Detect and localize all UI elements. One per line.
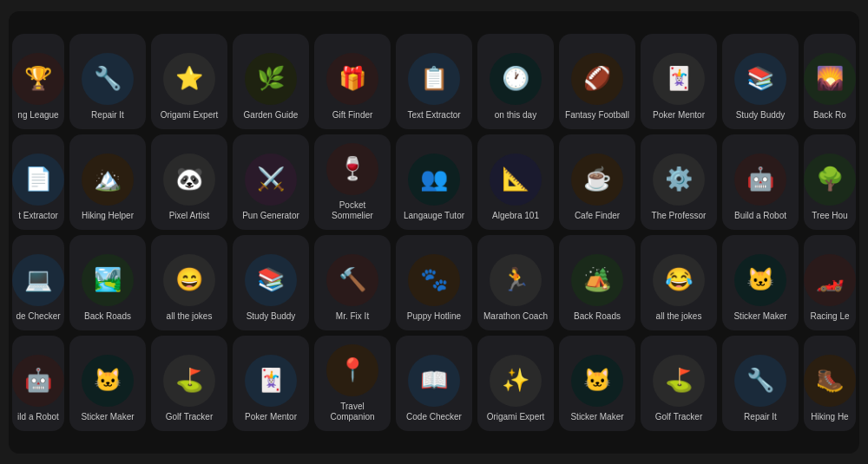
app-card[interactable]: 📋Text Extractor — [396, 34, 472, 129]
app-label: Code Checker — [403, 412, 465, 422]
app-icon: 🐾 — [408, 254, 460, 306]
row-1: 📄t Extractor🏔️Hiking Helper🐼Pixel Artist… — [12, 134, 856, 230]
app-card[interactable]: 🏔️Hiking Helper — [69, 134, 146, 230]
app-card[interactable]: 🔧Repair It — [69, 34, 146, 129]
app-card[interactable]: 🐾Puppy Hotline — [396, 235, 472, 330]
app-card[interactable]: 🃏Poker Mentor — [641, 34, 717, 129]
app-card[interactable]: 📚Study Buddy — [722, 34, 799, 129]
app-card[interactable]: ☕Cafe Finder — [559, 134, 635, 230]
app-label: Pocket Sommelier — [316, 200, 389, 221]
app-card[interactable]: 🌄Back Ro — [804, 34, 856, 129]
app-icon: ⚙️ — [653, 154, 705, 206]
app-card[interactable]: 📖Code Checker — [396, 336, 472, 431]
app-card[interactable]: 📚Study Buddy — [233, 235, 309, 330]
app-card[interactable]: 🌳Tree Hou — [804, 134, 856, 230]
app-card[interactable]: ⭐Origami Expert — [151, 34, 227, 129]
app-icon: 🤖 — [12, 355, 64, 407]
app-label: Repair It — [740, 412, 780, 422]
app-card[interactable]: 🕐on this day — [477, 34, 554, 129]
app-card[interactable]: 🐼Pixel Artist — [151, 134, 227, 230]
app-icon: 🏈 — [571, 53, 623, 105]
app-icon: ⭐ — [163, 53, 215, 105]
app-icon: 🍷 — [326, 143, 378, 195]
app-label: Tree Hou — [808, 211, 851, 221]
app-card[interactable]: 🎁Gift Finder — [314, 34, 391, 129]
app-card[interactable]: 😂all the jokes — [641, 235, 717, 330]
app-label: Origami Expert — [157, 110, 222, 121]
app-icon: 🏎️ — [804, 254, 856, 306]
app-card[interactable]: 🃏Poker Mentor — [233, 336, 309, 431]
app-label: all the jokes — [163, 311, 216, 322]
app-label: Hiking Helper — [78, 211, 137, 221]
app-label: Garden Guide — [240, 110, 302, 121]
app-icon: ⛳ — [163, 355, 215, 407]
app-label: Sticker Maker — [567, 412, 627, 422]
app-card[interactable]: 🐱Sticker Maker — [69, 336, 146, 431]
app-icon: ✨ — [490, 355, 542, 407]
app-label: Cafe Finder — [571, 211, 623, 221]
app-card[interactable]: 🐱Sticker Maker — [722, 235, 799, 330]
app-icon: 📚 — [245, 254, 297, 306]
app-icon: 🏆 — [12, 53, 64, 105]
app-label: Poker Mentor — [649, 110, 708, 121]
app-card[interactable]: ⚔️Pun Generator — [233, 134, 309, 230]
app-card[interactable]: ⛳Golf Tracker — [641, 336, 717, 431]
app-label: Travel Companion — [316, 402, 389, 422]
app-icon: 📚 — [734, 53, 786, 105]
app-label: Build a Robot — [731, 211, 790, 221]
app-label: ild a Robot — [14, 412, 62, 422]
app-card[interactable]: 📍Travel Companion — [314, 336, 391, 431]
app-label: Hiking He — [807, 412, 852, 422]
app-icon: 🎁 — [326, 53, 378, 105]
app-icon: 📖 — [408, 355, 460, 407]
app-label: de Checker — [12, 311, 63, 322]
app-card[interactable]: 💻de Checker — [12, 235, 64, 330]
app-icon: 🃏 — [653, 53, 705, 105]
app-card[interactable]: 🏈Fantasy Football — [559, 34, 635, 129]
app-icon: 📐 — [490, 154, 542, 206]
app-card[interactable]: 🤖ild a Robot — [12, 336, 64, 431]
app-label: Sticker Maker — [730, 311, 790, 322]
app-label: Back Roads — [81, 311, 135, 322]
app-card[interactable]: 📄t Extractor — [12, 134, 64, 230]
app-label: all the jokes — [653, 311, 706, 322]
app-icon: 🐼 — [163, 154, 215, 206]
app-icon: 🏕️ — [571, 254, 623, 306]
app-icon: 🔨 — [326, 254, 378, 306]
app-card[interactable]: 🥾Hiking He — [804, 336, 856, 431]
app-icon: 🌄 — [804, 53, 856, 105]
app-label: Sticker Maker — [77, 412, 137, 422]
app-label: Racing Le — [806, 311, 852, 322]
row-3: 🤖ild a Robot🐱Sticker Maker⛳Golf Tracker🃏… — [12, 336, 856, 431]
app-icon: 📋 — [408, 53, 460, 105]
app-card[interactable]: 🏆ng League — [12, 34, 64, 129]
app-card[interactable]: ⚙️The Professor — [641, 134, 717, 230]
app-card[interactable]: 🏞️Back Roads — [69, 235, 146, 330]
app-label: Poker Mentor — [241, 412, 300, 422]
app-icon: 🔧 — [734, 355, 786, 407]
app-card[interactable]: 🤖Build a Robot — [722, 134, 799, 230]
app-card[interactable]: 🏎️Racing Le — [804, 235, 856, 330]
row-2: 💻de Checker🏞️Back Roads😄all the jokes📚St… — [12, 235, 856, 330]
app-card[interactable]: 🔧Repair It — [722, 336, 799, 431]
app-card[interactable]: 🌿Garden Guide — [233, 34, 309, 129]
app-card[interactable]: 🏃Marathon Coach — [477, 235, 554, 330]
app-icon: ⛳ — [653, 355, 705, 407]
app-label: Back Ro — [810, 110, 850, 121]
app-card[interactable]: 😄all the jokes — [151, 235, 227, 330]
app-card[interactable]: 📐Algebra 101 — [477, 134, 554, 230]
app-icon: 💻 — [12, 254, 64, 306]
app-icon: 🏞️ — [82, 254, 134, 306]
app-card[interactable]: 🐱Sticker Maker — [559, 336, 635, 431]
app-icon: 🏃 — [490, 254, 542, 306]
app-label: Text Extractor — [404, 110, 464, 121]
app-card[interactable]: ✨Origami Expert — [477, 336, 554, 431]
app-label: ng League — [14, 110, 62, 121]
app-card[interactable]: ⛳Golf Tracker — [151, 336, 227, 431]
app-icon: 🤖 — [734, 154, 786, 206]
app-card[interactable]: 🏕️Back Roads — [559, 235, 635, 330]
app-card[interactable]: 🍷Pocket Sommelier — [314, 134, 391, 230]
app-card[interactable]: 👥Langauge Tutor — [396, 134, 472, 230]
app-icon: 🔧 — [82, 53, 134, 105]
app-card[interactable]: 🔨Mr. Fix It — [314, 235, 391, 330]
